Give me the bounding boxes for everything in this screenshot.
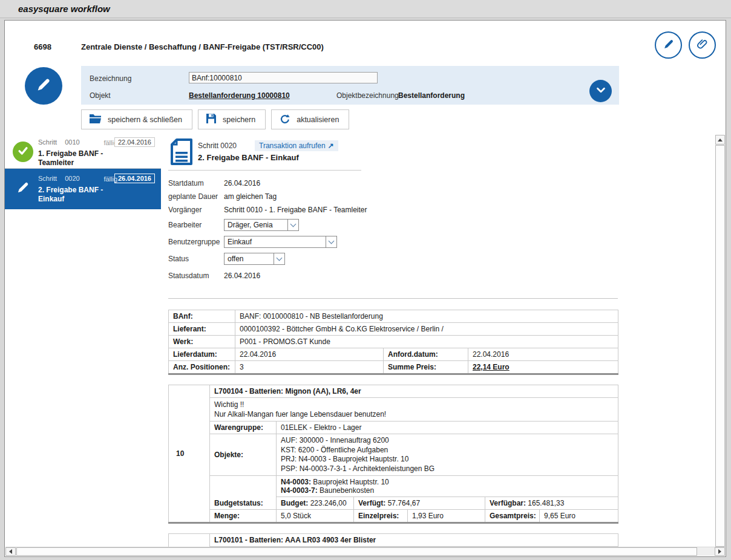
benutzergruppe-selected-value: Einkauf bbox=[225, 238, 326, 246]
budget-key-text: Bauprojekt Hauptstr. 10 bbox=[311, 478, 389, 486]
refresh-button[interactable]: aktualisieren bbox=[271, 109, 349, 129]
arrow-up-icon bbox=[718, 138, 723, 142]
einzelpreis-value: 1,93 Euro bbox=[408, 510, 485, 523]
dropdown-arrow-icon bbox=[326, 236, 336, 247]
budget-key-text: Baunebenkosten bbox=[318, 486, 374, 495]
verfuegbar-value: 165.481,33 bbox=[526, 499, 564, 507]
table-row: Warengruppe: 01ELEK - Elektro - Lager bbox=[169, 422, 618, 434]
dauer-label: geplante Dauer bbox=[168, 192, 224, 201]
startdatum-value: 26.04.2016 bbox=[224, 179, 260, 187]
table-row: Lieferdatum: 22.04.2016 Anford.datum: 22… bbox=[169, 348, 618, 361]
step-number: 0020 bbox=[65, 175, 79, 182]
table-row: Werk: P001 - PROMOS.GT Kunde bbox=[169, 336, 618, 348]
scroll-right-button[interactable] bbox=[715, 547, 725, 556]
refresh-icon bbox=[279, 113, 290, 126]
verfuegt-value: 57.764,67 bbox=[385, 499, 420, 507]
sidebar-step-2-active[interactable]: Schritt0020 fällig 26.04.2016 2. Freigab… bbox=[5, 169, 161, 209]
save-close-button[interactable]: speichern & schließen bbox=[81, 109, 192, 129]
budget-key: N4-0003: bbox=[281, 478, 311, 486]
horizontal-scrollbar-thumb[interactable] bbox=[16, 547, 697, 556]
table-row: Objekte: AUF: 300000 - Innenauftrag 6200… bbox=[169, 434, 618, 476]
refresh-label: aktualisieren bbox=[297, 116, 339, 124]
objekte-label: Objekte: bbox=[210, 434, 277, 476]
step-done-badge bbox=[13, 142, 33, 162]
workflow-status-badge bbox=[25, 67, 62, 105]
transaction-link[interactable]: Transaktion aufrufen ↗ bbox=[255, 140, 338, 151]
detail-step-title: 2. Freigabe BANF - Einkauf bbox=[198, 153, 623, 162]
warengruppe-label: Warengruppe: bbox=[210, 422, 277, 434]
object-panel: Bezeichnung Objekt Bestellanforderung 10… bbox=[81, 66, 619, 105]
position-number bbox=[169, 534, 210, 548]
objektbezeichnung-label: Objektbezeichnung bbox=[336, 91, 399, 100]
sidebar-step-1[interactable]: Schritt0010 fällig 22.04.2016 1. Freigab… bbox=[5, 135, 161, 169]
warengruppe-value: 01ELEK - Elektro - Lager bbox=[277, 422, 618, 434]
banf-summary-table: BAnf: BANF: 0010000810 - NB Bestellanfor… bbox=[168, 310, 618, 375]
budget-label: Budget: bbox=[281, 499, 308, 507]
bezeichnung-input[interactable] bbox=[189, 72, 378, 83]
chevron-down-icon bbox=[594, 83, 608, 99]
gesamtpreis-value: 9,65 Euro bbox=[540, 510, 618, 523]
dropdown-arrow-icon bbox=[274, 253, 284, 264]
step-label: Schritt bbox=[38, 138, 57, 146]
verfuegbar-cell: Verfügbar: 165.481,33 bbox=[485, 497, 618, 510]
detail-step-label: Schritt 0020 bbox=[198, 142, 237, 150]
workflow-steps-sidebar: Schritt0010 fällig 22.04.2016 1. Freigab… bbox=[5, 135, 161, 209]
scroll-left-button[interactable] bbox=[5, 547, 16, 556]
note-line1: Wichtig !! bbox=[214, 400, 614, 409]
anzpos-value: 3 bbox=[235, 361, 384, 374]
save-close-label: speichern & schließen bbox=[108, 116, 182, 124]
field-statusdatum: Statusdatum 26.04.2016 bbox=[168, 269, 623, 282]
status-selected-value: offen bbox=[225, 255, 274, 263]
table-row: Budgetstatus: N4-0003: Bauprojekt Haupts… bbox=[169, 476, 618, 497]
save-button[interactable]: speichern bbox=[198, 109, 266, 129]
status-select[interactable]: offen bbox=[224, 253, 285, 265]
banf-label: BAnf: bbox=[169, 310, 235, 323]
edit-button[interactable] bbox=[655, 31, 682, 59]
step-edit-badge bbox=[13, 178, 33, 199]
table-row: BAnf: BANF: 0010000810 - NB Bestellanfor… bbox=[169, 310, 618, 323]
lieferant-label: Lieferant: bbox=[169, 323, 235, 336]
vorgaenger-label: Vorgänger bbox=[168, 206, 224, 214]
bearbeiter-select[interactable]: Dräger, Genia bbox=[224, 219, 299, 231]
external-link-icon: ↗ bbox=[328, 142, 334, 150]
pen-icon bbox=[15, 180, 31, 198]
budgetstatus-keys: N4-0003: Bauprojekt Hauptstr. 10 N4-0003… bbox=[277, 476, 618, 497]
objekt-label: Objekt bbox=[90, 91, 111, 100]
objekt-line: PSP: N4-0003-7-3-1 - Architektenleistung… bbox=[281, 464, 614, 474]
position-title: L700101 - Batterien: AAA LR03 4903 4er B… bbox=[210, 534, 618, 547]
verfuegt-cell: Verfügt: 57.764,67 bbox=[354, 497, 485, 510]
note-line2: Nur Alkali-Mangan fuer lange Lebensdauer… bbox=[214, 409, 614, 419]
benutzergruppe-label: Benutzergruppe bbox=[168, 238, 224, 246]
attachments-button[interactable] bbox=[689, 31, 716, 59]
step-detail-pane: Schritt 0020 Transaktion aufrufen ↗ 2. F… bbox=[168, 135, 623, 547]
step-number: 0010 bbox=[65, 138, 79, 146]
floppy-icon bbox=[206, 113, 217, 126]
statusdatum-value: 26.04.2016 bbox=[224, 272, 260, 280]
objekt-line: AUF: 300000 - Innenauftrag 6200 bbox=[281, 436, 614, 446]
budget-cell: Budget: 223.246,00 bbox=[277, 497, 354, 510]
document-id: 6698 bbox=[34, 42, 51, 51]
position-title: L700104 - Batterien: Mignon (AA), LR6, 4… bbox=[210, 385, 618, 398]
status-label: Status bbox=[168, 255, 224, 263]
pencil-icon bbox=[662, 37, 675, 53]
vertical-scrollbar[interactable] bbox=[715, 135, 725, 547]
position-number: 10 bbox=[169, 385, 210, 523]
table-row: Menge: 5,0 Stück Einzelpreis: 1,93 Euro … bbox=[169, 510, 618, 523]
field-startdatum: Startdatum 26.04.2016 bbox=[168, 177, 623, 190]
breadcrumb: Zentrale Dienste / Beschaffung / BANF-Fr… bbox=[81, 42, 324, 51]
scroll-up-button[interactable] bbox=[715, 135, 725, 145]
bearbeiter-selected-value: Dräger, Genia bbox=[225, 221, 287, 229]
summe-preis-label: Summe Preis: bbox=[384, 361, 468, 374]
workflow-window: 6698 Zentrale Dienste / Beschaffung / BA… bbox=[4, 20, 726, 557]
horizontal-scrollbar[interactable] bbox=[5, 547, 725, 556]
werk-label: Werk: bbox=[169, 336, 235, 348]
summe-preis-link[interactable]: 22,14 Euro bbox=[473, 363, 510, 371]
transaction-link-label: Transaktion aufrufen bbox=[259, 142, 326, 150]
collapse-panel-button[interactable] bbox=[589, 80, 612, 102]
benutzergruppe-select[interactable]: Einkauf bbox=[224, 236, 337, 248]
anforddatum-label: Anford.datum: bbox=[384, 348, 468, 361]
banf-value: BANF: 0010000810 - NB Bestellanforderung bbox=[235, 310, 618, 323]
objekt-link[interactable]: Bestellanforderung 10000810 bbox=[189, 91, 290, 100]
vertical-scrollbar-thumb[interactable] bbox=[715, 145, 725, 547]
arrow-right-icon bbox=[718, 549, 721, 554]
